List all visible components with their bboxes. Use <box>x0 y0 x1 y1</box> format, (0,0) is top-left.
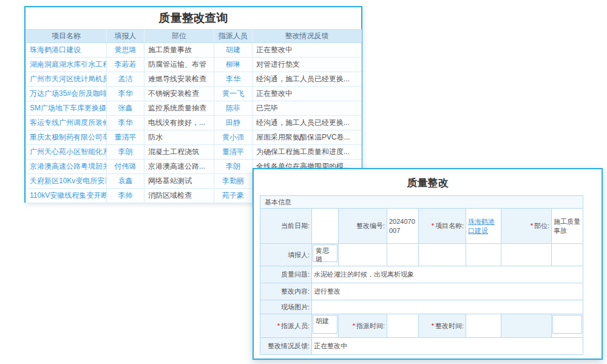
table-row: SM广场地下车库更换摄像 张鑫 监控系统质量抽查 陈菲 已完毕 <box>26 101 362 116</box>
feedback-cell: 正在整改中 <box>253 87 362 101</box>
feedback-cell: 为确保工程施工质量和进度... <box>253 145 362 160</box>
project-link[interactable]: 京港澳高速公路粤境韶关至 <box>26 160 107 174</box>
location-cell: 消防区域检查 <box>144 189 214 203</box>
project-link[interactable]: 110kV安徽线程集变开断线 <box>26 189 107 203</box>
reporter-field-cell: 黄思璐 <box>312 244 339 266</box>
column-header-assignee: 指派人员 <box>214 30 253 43</box>
table-row: 广州市天河区统计局机房改 孟洁 难燃导线安装检查 李华 经沟通，施工人员已经更换… <box>26 72 362 87</box>
table-row: 珠海鹤港口建设 黄思璐 施工质量事故 胡建 正在整改中 <box>26 43 362 58</box>
form-row-assignment: *指派人员: 胡建 *指派时间: *整改时间: <box>260 314 583 338</box>
feedback-cell: 屋面采用聚氨酯保温PVC卷... <box>253 130 362 145</box>
project-link[interactable]: SM广场地下车库更换摄像 <box>26 101 107 116</box>
feedback-value: 正在整改中 <box>312 338 583 355</box>
assignee-link[interactable]: 李勤丽 <box>214 174 253 189</box>
table-row: 广州天心苑小区智能化系统 李朗 混凝土工程浇筑 董清平 为确保工程施工质量和进度… <box>26 145 362 160</box>
required-asterisk: * <box>432 222 434 229</box>
form-row-reporter: 填报人: 黄思璐 <box>260 244 583 266</box>
photos-value <box>312 300 583 314</box>
assign-time-label: *指派时间: <box>339 314 387 338</box>
reporter-link[interactable]: 李若若 <box>107 58 144 72</box>
project-link[interactable]: 广州市天河区统计局机房改 <box>26 72 107 87</box>
required-asterisk: * <box>531 222 533 229</box>
location-cell: 混凝土工程浇筑 <box>144 145 214 160</box>
location-cell: 施工质量事故 <box>144 43 214 58</box>
reporter-link[interactable]: 黄思璐 <box>107 43 144 58</box>
reporter-link[interactable]: 董清平 <box>107 130 144 145</box>
project-link[interactable]: 珠海鹤港口建设 <box>26 43 107 58</box>
assign-time-value[interactable] <box>387 314 419 338</box>
project-link[interactable]: 广州天心苑小区智能化系统 <box>26 145 107 160</box>
location-cell: 难燃导线安装检查 <box>144 72 214 87</box>
required-asterisk: * <box>277 322 280 329</box>
assignee-link[interactable]: 李华 <box>214 72 253 87</box>
location-label: *部位: <box>501 209 552 244</box>
reporter-link[interactable]: 孟洁 <box>107 72 144 87</box>
query-table-header-row: 项目名称 填报人 部位 指派人员 整改情况反馈 <box>26 30 362 43</box>
table-row: 重庆太极制药有限公司亳州 董清平 防水 黄小强 屋面采用聚氨酯保温PVC卷... <box>26 130 362 145</box>
content-label: 整改内容: <box>260 283 312 300</box>
assignee-field-cell: 胡建 <box>312 314 339 338</box>
location-cell: 电线没有接好，... <box>144 116 214 130</box>
section-header-basic-info: 基本信息 <box>260 196 583 209</box>
issue-label: 质量问题: <box>260 266 312 283</box>
location-cell: 网络基站测试 <box>144 174 214 189</box>
project-link[interactable]: 万达广场35#会所及咖啡厅 <box>26 87 107 101</box>
reporter-link[interactable]: 付伟璐 <box>107 160 144 174</box>
assignee-link[interactable]: 胡建 <box>214 43 253 58</box>
required-asterisk: * <box>353 322 355 329</box>
reporter-link[interactable]: 李朗 <box>107 145 144 160</box>
rectify-time-value[interactable] <box>466 314 501 338</box>
form-row-header-fields: 当前日期: 整改编号: 2024070007 *项目名称: 珠海鹤港口建设 *部… <box>260 209 583 244</box>
project-link[interactable]: 重庆太极制药有限公司亳州 <box>26 130 107 145</box>
project-link[interactable]: 天府新区10Kv变电所安装工 <box>26 174 107 189</box>
project-name-value: 珠海鹤港口建设 <box>466 209 501 244</box>
table-row: 万达广场35#会所及咖啡厅 李华 不锈钢安装检查 黄一飞 正在整改中 <box>26 87 362 101</box>
reporter-link[interactable]: 李华 <box>107 87 144 101</box>
project-link[interactable]: 湖南洞庭湖水库引水工程施 <box>26 58 107 72</box>
assignee-link[interactable]: 黄小强 <box>214 130 253 145</box>
issue-value: 水泥砼灌注的时候，出现离析现象 <box>312 266 583 283</box>
reporter-link[interactable]: 李帅 <box>107 189 144 203</box>
form-row-issue: 质量问题: 水泥砼灌注的时候，出现离析现象 <box>260 266 583 283</box>
feedback-cell: 正在整改中 <box>253 43 362 58</box>
form-row-content: 整改内容: 进行整改 <box>260 283 583 300</box>
feedback-cell: 经沟通，施工人员已经更换... <box>253 72 362 87</box>
rectify-number-value: 2024070007 <box>387 209 419 244</box>
empty-label-cell <box>501 314 552 338</box>
empty-cell <box>419 244 466 266</box>
project-name-label: *项目名称: <box>419 209 466 244</box>
location-value: 施工质量事故 <box>552 209 583 244</box>
assignee-link[interactable]: 苑子豪 <box>214 189 253 203</box>
reporter-link[interactable]: 李华 <box>107 116 144 130</box>
feedback-cell: 经沟通，施工人员已经更换... <box>253 116 362 130</box>
assignee-link[interactable]: 李朗 <box>214 160 253 174</box>
assignee-input[interactable]: 胡建 <box>313 315 337 334</box>
empty-cell <box>552 244 583 266</box>
rectify-number-label: 整改编号: <box>339 209 387 244</box>
empty-cell <box>501 244 552 266</box>
required-asterisk: * <box>432 322 434 329</box>
table-row: 客运专线广州调度所装修项 李华 电线没有接好，... 田静 经沟通，施工人员已经… <box>26 116 362 130</box>
assignee-link[interactable]: 田静 <box>214 116 253 130</box>
reporter-link[interactable]: 张鑫 <box>107 101 144 116</box>
assignee-link[interactable]: 柳琳 <box>214 58 253 72</box>
query-panel-title: 质量整改查询 <box>25 7 361 29</box>
empty-input[interactable] <box>552 315 582 334</box>
column-header-project: 项目名称 <box>26 30 107 43</box>
reporter-input[interactable]: 黄思璐 <box>313 244 337 262</box>
assignee-link[interactable]: 董清平 <box>214 145 253 160</box>
empty-cell <box>339 244 387 266</box>
location-cell: 京港澳高速公路... <box>144 160 214 174</box>
content-value: 进行整改 <box>312 283 583 300</box>
assignee-link[interactable]: 黄一飞 <box>214 87 253 101</box>
detail-form-table: 基本信息 当前日期: 整改编号: 2024070007 *项目名称: 珠海鹤港口… <box>260 195 583 355</box>
project-link[interactable]: 客运专线广州调度所装修项 <box>26 116 107 130</box>
photos-label: 现场图片: <box>260 300 312 314</box>
form-row-feedback: 整改情况反馈: 正在整改中 <box>260 338 583 355</box>
assignee-link[interactable]: 陈菲 <box>214 101 253 116</box>
location-cell: 防腐管运输、布管 <box>144 58 214 72</box>
column-header-location: 部位 <box>144 30 214 43</box>
rectify-time-label: *整改时间: <box>419 314 466 338</box>
reporter-link[interactable]: 袁鑫 <box>107 174 144 189</box>
project-name-link[interactable]: 珠海鹤港口建设 <box>468 218 495 234</box>
